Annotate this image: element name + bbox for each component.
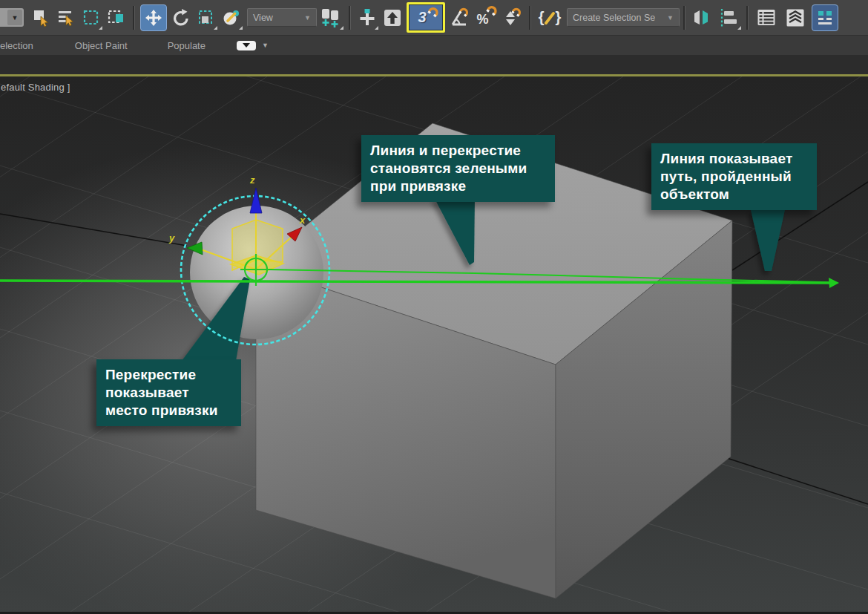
ribbon-toggle-button[interactable] [812, 4, 838, 31]
snaps-3d-label: 3 [418, 9, 426, 26]
toolbar-separator [683, 6, 685, 30]
brace-right: } [556, 9, 562, 26]
percent-snap-button[interactable]: % [472, 3, 500, 33]
selection-filter-dropdown[interactable]: ▼ [0, 8, 24, 27]
snap-highlight-box: 3 [407, 2, 445, 33]
rotate-icon [171, 8, 191, 27]
minimize-ribbon-button[interactable] [237, 41, 256, 50]
toolbar-separator [746, 6, 749, 30]
axis-label-y: y [169, 232, 174, 244]
tab-object-paint[interactable]: Object Paint [75, 40, 128, 51]
ribbon-options-caret[interactable]: ▼ [262, 42, 269, 49]
keyboard-override-button[interactable] [380, 3, 405, 33]
scene-explorer-icon [756, 7, 777, 28]
select-object-button[interactable] [28, 3, 53, 33]
reference-coordinate-dropdown[interactable]: View ▼ [247, 8, 317, 27]
ribbon-tab-bar: election Object Paint Populate ▼ [0, 36, 868, 55]
axis-label-x: x [300, 215, 305, 226]
toolbar-separator [349, 6, 351, 30]
magnet-icon [427, 6, 441, 19]
toolbar-separator [529, 6, 531, 30]
toolbar-separator [133, 6, 135, 30]
mirror-icon [692, 8, 711, 27]
callout-crosshair-place: Перекрестие показывает место привязки [96, 359, 241, 426]
select-place-icon [358, 8, 377, 27]
move-icon [145, 9, 162, 27]
mirror-button[interactable] [689, 3, 714, 33]
3dsmax-window: { "toolbar": { "view_dropdown_value": "V… [0, 0, 868, 614]
align-icon [718, 7, 739, 28]
selection-region-button[interactable] [79, 3, 104, 33]
named-selection-sets-value: Create Selection Se [573, 13, 655, 23]
manipulate-icon [222, 8, 241, 27]
scene-explorer-button[interactable] [752, 3, 780, 33]
select-and-manipulate-button[interactable] [219, 3, 244, 33]
main-toolbar: ▼ [0, 0, 868, 36]
window-crossing-icon [107, 8, 126, 27]
select-and-scale-button[interactable] [194, 3, 219, 33]
brace-left: { [539, 9, 545, 26]
dropdown-arrow-icon: ▼ [7, 10, 22, 25]
axis-label-z: z [250, 174, 255, 186]
pencil-icon [545, 10, 556, 25]
edit-selection-sets-button[interactable]: { } [535, 3, 565, 33]
keyboard-override-icon [383, 8, 402, 27]
angle-snap-icon [448, 7, 470, 29]
use-center-icon [320, 7, 341, 28]
window-crossing-button[interactable] [104, 3, 129, 33]
select-and-place-button[interactable] [355, 3, 380, 33]
perspective-viewport[interactable]: efault Shading ] z x y Линия и перекрест… [0, 74, 868, 612]
angle-snap-button[interactable] [447, 3, 472, 33]
magnet-icon [486, 4, 499, 18]
use-center-button[interactable] [317, 3, 345, 33]
tab-selection[interactable]: election [0, 40, 33, 51]
spinner-snap-button[interactable] [500, 3, 525, 33]
dropdown-caret-icon: ▼ [304, 14, 311, 22]
callout-line-crosshair: Линия и перекрестие становятся зелеными … [361, 135, 555, 202]
spinner-snap-icon [502, 7, 524, 29]
layer-explorer-icon [785, 7, 806, 28]
named-selection-sets-dropdown[interactable]: Create Selection Se ▼ [567, 8, 680, 27]
viewport-shading-label[interactable]: efault Shading ] [1, 82, 70, 93]
ribbon-toggle-icon [815, 8, 835, 27]
select-object-icon [31, 8, 50, 27]
minimize-arrow-icon [243, 43, 250, 48]
select-by-name-button[interactable] [53, 3, 79, 33]
select-and-rotate-button[interactable] [168, 3, 194, 33]
reference-coordinate-value: View [253, 13, 273, 23]
scale-icon [197, 8, 216, 27]
select-and-move-button[interactable] [140, 4, 167, 31]
rectangular-selection-icon [82, 8, 101, 27]
layer-explorer-button[interactable] [780, 3, 810, 33]
callout-path-line: Линия показывает путь, пройденный объект… [651, 143, 817, 210]
align-button[interactable] [714, 3, 743, 33]
tab-populate[interactable]: Populate [168, 40, 206, 51]
dropdown-caret-icon: ▼ [667, 14, 674, 22]
ribbon-collapsed-strip [0, 55, 868, 74]
snaps-toggle-3d-button[interactable]: 3 [409, 4, 443, 30]
select-by-name-icon [56, 8, 76, 27]
